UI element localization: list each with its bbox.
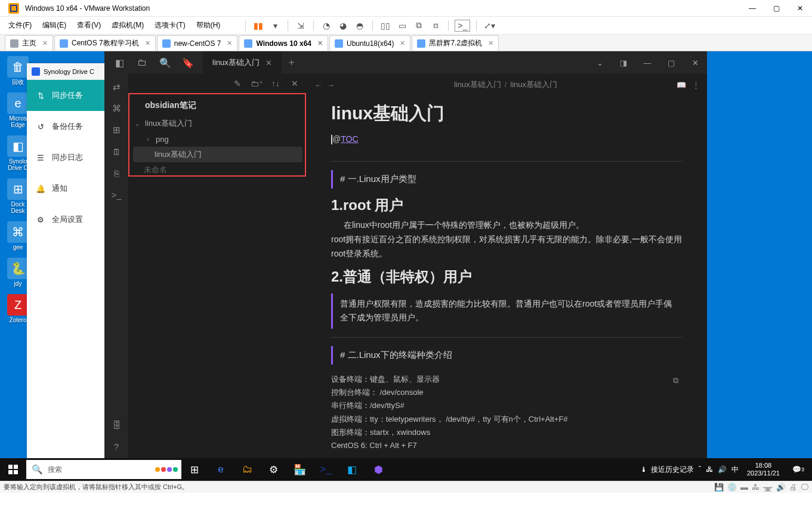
store-icon[interactable]: 🏪: [286, 458, 313, 481]
menu-tabs[interactable]: 选项卡(T): [155, 20, 185, 30]
usb-icon[interactable]: ᚘ: [763, 483, 773, 492]
sound-icon[interactable]: 🔊: [776, 483, 786, 492]
powershell-icon[interactable]: >_: [313, 458, 339, 481]
template-icon[interactable]: ⎘: [107, 163, 126, 183]
graph-icon[interactable]: ⌘: [107, 99, 126, 118]
menu-edit[interactable]: 编辑(E): [42, 20, 66, 30]
maximize-button[interactable]: ▢: [659, 51, 683, 74]
synology-nav-item[interactable]: ↺备份任务: [27, 111, 104, 142]
tab-centos7[interactable]: CentOS 7教程学习机✕: [54, 35, 156, 51]
volume-icon[interactable]: 🔊: [718, 465, 727, 474]
menu-help[interactable]: 帮助(H): [196, 20, 221, 30]
sidebar-toggle-icon[interactable]: ◧: [110, 51, 128, 74]
tab-home[interactable]: 主页✕: [5, 35, 53, 51]
new-note-icon[interactable]: ✎: [230, 76, 245, 91]
synology-titlebar[interactable]: Synology Drive C: [27, 63, 104, 80]
new-folder-icon[interactable]: 🗀⁺: [249, 76, 264, 91]
nav-forward-icon[interactable]: →: [327, 81, 335, 89]
weather-widget[interactable]: 🌡接近历史记录: [640, 465, 694, 475]
close-icon[interactable]: ✕: [265, 58, 272, 67]
close-button[interactable]: ✕: [683, 51, 707, 74]
printer-icon[interactable]: 🖨: [789, 483, 797, 492]
tab-heiqunhui[interactable]: 黑群辉7.2虚拟机✕: [412, 35, 499, 51]
editor-content[interactable]: linux基础入门 @TOC # 一.Linux用户类型 1.root 用户 在…: [307, 95, 707, 467]
pause-icon[interactable]: ▮▮: [252, 19, 265, 32]
settings-icon[interactable]: ⚙: [260, 458, 286, 481]
quick-switcher-icon[interactable]: ⇄: [107, 78, 126, 97]
snapshot-take-icon[interactable]: ◔: [320, 19, 333, 32]
menu-file[interactable]: 文件(F): [8, 20, 32, 30]
explorer-icon[interactable]: 🗂: [234, 458, 260, 481]
daily-note-icon[interactable]: 🗓: [107, 142, 126, 161]
sort-icon[interactable]: ↑↓: [268, 76, 283, 91]
ime-indicator[interactable]: 中: [731, 465, 739, 475]
hdd-icon[interactable]: 💾: [714, 483, 724, 492]
power-dropdown-icon[interactable]: ▾: [268, 19, 282, 32]
new-tab-button[interactable]: +: [282, 57, 302, 68]
snapshot-icon[interactable]: ⇲: [294, 19, 307, 32]
file-linux[interactable]: linux基础入门: [133, 147, 302, 162]
folder-png[interactable]: ›png: [133, 131, 302, 147]
obsidian-icon[interactable]: ⬢: [365, 458, 391, 481]
search-input[interactable]: 🔍 搜索: [26, 460, 181, 479]
layout4-icon[interactable]: ⧈: [429, 19, 442, 32]
close-icon[interactable]: ✕: [227, 39, 232, 47]
close-icon[interactable]: ✕: [317, 39, 323, 47]
synology-icon[interactable]: ◧: [339, 458, 365, 481]
fullscreen-icon[interactable]: ⤢▾: [483, 19, 496, 32]
breadcrumb[interactable]: linux基础入门/linux基础入门: [341, 79, 671, 90]
vault-name[interactable]: obsidian笔记: [128, 93, 307, 116]
close-icon[interactable]: ✕: [42, 39, 48, 47]
start-button[interactable]: [0, 458, 26, 481]
network-icon[interactable]: 🖧: [752, 483, 759, 492]
cd-icon[interactable]: 💿: [727, 483, 737, 492]
close-button[interactable]: ✕: [788, 0, 812, 17]
close-icon[interactable]: ✕: [488, 39, 493, 47]
minimize-button[interactable]: —: [740, 0, 764, 17]
ram-icon[interactable]: ▬: [740, 483, 748, 492]
tray-expand-icon[interactable]: ˆ: [699, 465, 701, 474]
snapshot-revert-icon[interactable]: ◕: [336, 19, 350, 32]
close-icon[interactable]: ✕: [400, 39, 405, 47]
folder-root[interactable]: ⌄linux基础入门: [133, 116, 302, 131]
bookmark-icon[interactable]: 🔖: [179, 51, 197, 74]
file-untitled[interactable]: 未命名: [133, 162, 302, 178]
tab-ubuntu18[interactable]: Ubuntu18(x64)✕: [329, 35, 410, 51]
minimize-button[interactable]: —: [635, 51, 659, 74]
search-icon[interactable]: 🔍: [156, 51, 174, 74]
obsidian-tab[interactable]: linux基础入门 ✕: [203, 51, 282, 74]
synology-nav-item[interactable]: 🔔通知: [27, 173, 104, 204]
notification-icon[interactable]: 💬3: [788, 459, 808, 480]
command-icon[interactable]: >_: [107, 185, 126, 204]
toc-link[interactable]: TOC: [341, 134, 358, 144]
menu-vm[interactable]: 虚拟机(M): [112, 20, 144, 30]
layout3-icon[interactable]: ⧉: [412, 19, 425, 32]
tab-new-centos7[interactable]: new-CentOS 7✕: [157, 35, 238, 51]
maximize-button[interactable]: ▢: [764, 0, 788, 17]
clock[interactable]: 18:082023/11/21: [747, 462, 780, 477]
snapshot-manage-icon[interactable]: ◓: [353, 19, 366, 32]
layout1-icon[interactable]: ▯▯: [379, 19, 392, 32]
sidebar-right-icon[interactable]: ◨: [612, 51, 635, 74]
layout2-icon[interactable]: ▭: [396, 19, 409, 32]
synology-nav-item[interactable]: ⚙全局设置: [27, 204, 104, 235]
synology-nav-item[interactable]: ☰同步日志: [27, 142, 104, 173]
copy-icon[interactable]: ⧉: [668, 373, 683, 388]
files-icon[interactable]: 🗀: [133, 51, 151, 74]
reading-mode-icon[interactable]: 📖: [677, 81, 686, 89]
taskview-icon[interactable]: ⊞: [181, 458, 208, 481]
vault-icon[interactable]: 🗄: [107, 415, 126, 434]
collapse-icon[interactable]: ✕: [287, 76, 302, 91]
menu-view[interactable]: 查看(V): [77, 20, 101, 30]
synology-nav-item[interactable]: ⇅同步任务: [27, 80, 104, 111]
canvas-icon[interactable]: ⊞: [107, 121, 126, 140]
tab-dropdown-icon[interactable]: ⌄: [588, 51, 612, 74]
tab-win10[interactable]: Windows 10 x64✕: [239, 35, 328, 51]
nav-back-icon[interactable]: ←: [314, 81, 322, 89]
display-icon[interactable]: 🖵: [801, 483, 808, 492]
network-icon[interactable]: 🖧: [706, 465, 713, 474]
help-icon[interactable]: ?: [107, 437, 126, 456]
more-icon[interactable]: ⋮: [692, 81, 700, 89]
console-icon[interactable]: >_: [455, 20, 470, 32]
edge-icon[interactable]: e: [208, 458, 234, 481]
